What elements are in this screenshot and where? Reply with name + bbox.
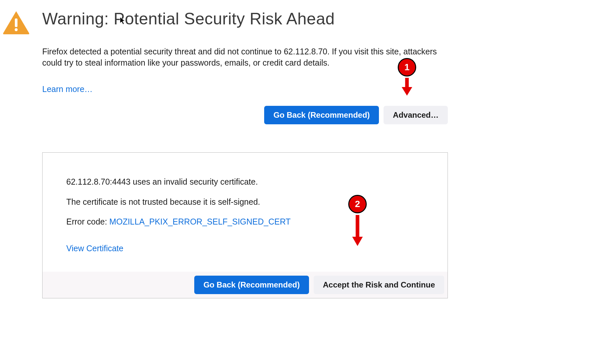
advanced-button[interactable]: Advanced… [384, 106, 448, 124]
self-signed-text: The certificate is not trusted because i… [66, 197, 424, 208]
accept-risk-button[interactable]: Accept the Risk and Continue [314, 276, 444, 294]
go-back-button[interactable]: Go Back (Recommended) [264, 106, 379, 124]
annotation-callout-1: 1 [398, 58, 416, 76]
learn-more-link[interactable]: Learn more… [42, 84, 93, 94]
cursor-icon [119, 16, 126, 26]
warning-description: Firefox detected a potential security th… [42, 46, 448, 69]
svg-marker-3 [402, 87, 412, 96]
go-back-button-footer[interactable]: Go Back (Recommended) [194, 276, 309, 294]
advanced-footer-row: Go Back (Recommended) Accept the Risk an… [43, 272, 448, 298]
annotation-callout-1-label: 1 [404, 62, 410, 73]
annotation-arrow-2-icon [351, 214, 364, 248]
annotation-arrow-1-icon [400, 76, 414, 98]
annotation-callout-2-label: 2 [355, 199, 360, 209]
advanced-panel: 62.112.8.70:4443 uses an invalid securit… [42, 152, 448, 299]
error-code-line: Error code: MOZILLA_PKIX_ERROR_SELF_SIGN… [66, 217, 424, 227]
annotation-callout-2: 2 [348, 195, 367, 213]
error-code-label: Error code: [66, 217, 109, 226]
page-title: Warning: Potential Security Risk Ahead [42, 10, 448, 28]
warning-icon [3, 11, 30, 36]
svg-rect-0 [15, 18, 17, 27]
invalid-cert-text: 62.112.8.70:4443 uses an invalid securit… [66, 176, 424, 188]
main-button-row: Go Back (Recommended) Advanced… [42, 106, 448, 124]
view-certificate-link[interactable]: View Certificate [66, 244, 123, 253]
svg-marker-5 [352, 237, 363, 246]
error-code-link[interactable]: MOZILLA_PKIX_ERROR_SELF_SIGNED_CERT [109, 217, 291, 226]
svg-point-1 [15, 28, 18, 31]
